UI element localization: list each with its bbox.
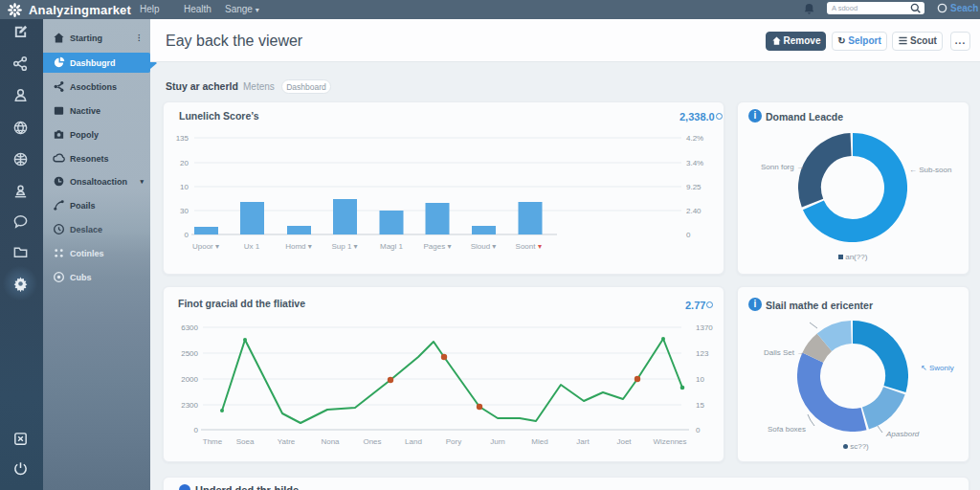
svg-text:Jart: Jart: [576, 437, 590, 446]
svg-text:Upoor ▾: Upoor ▾: [192, 242, 219, 251]
svg-text:2300: 2300: [181, 401, 198, 410]
svg-text:Sup 1 ▾: Sup 1 ▾: [331, 242, 357, 251]
svg-text:6300: 6300: [181, 323, 198, 332]
svg-text:10: 10: [696, 375, 704, 384]
svg-text:Magl 1: Magl 1: [380, 242, 404, 251]
svg-text:0: 0: [194, 426, 199, 434]
svg-text:Ux 1: Ux 1: [244, 242, 260, 251]
svg-text:Ones: Ones: [363, 437, 381, 446]
svg-text:Pages ▾: Pages ▾: [424, 242, 452, 251]
svg-text:Mied: Mied: [531, 437, 547, 446]
svg-text:Homd ▾: Homd ▾: [285, 242, 312, 251]
svg-text:Soea: Soea: [236, 437, 255, 446]
svg-text:Joet: Joet: [616, 437, 632, 446]
svg-text:4.2%: 4.2%: [686, 134, 703, 143]
svg-text:Sloud ▾: Sloud ▾: [471, 242, 497, 251]
svg-text:Soont: Soont: [516, 242, 537, 251]
svg-text:Jurn: Jurn: [490, 437, 505, 446]
svg-text:2500: 2500: [181, 349, 198, 358]
svg-text:20: 20: [180, 159, 189, 167]
svg-text:1370: 1370: [696, 323, 713, 332]
svg-text:Thme: Thme: [203, 437, 223, 446]
svg-text:0: 0: [686, 231, 691, 239]
svg-text:135: 135: [176, 134, 189, 143]
svg-text:123: 123: [696, 349, 709, 358]
svg-text:30: 30: [180, 207, 189, 215]
svg-text:0: 0: [696, 426, 701, 434]
svg-text:Pory: Pory: [446, 437, 461, 446]
svg-text:2.40: 2.40: [686, 207, 702, 215]
svg-text:3.4%: 3.4%: [686, 159, 703, 167]
svg-text:0: 0: [185, 231, 189, 239]
svg-text:Land: Land: [405, 437, 422, 446]
svg-text:9.25: 9.25: [686, 183, 702, 191]
svg-text:2000: 2000: [181, 375, 198, 384]
svg-text:Wizennes: Wizennes: [653, 437, 686, 446]
svg-text:Yatre: Yatre: [278, 437, 296, 446]
svg-text:15: 15: [696, 401, 704, 410]
svg-text:▾: ▾: [538, 242, 542, 251]
svg-text:Nona: Nona: [321, 437, 340, 446]
svg-text:10: 10: [180, 183, 189, 191]
